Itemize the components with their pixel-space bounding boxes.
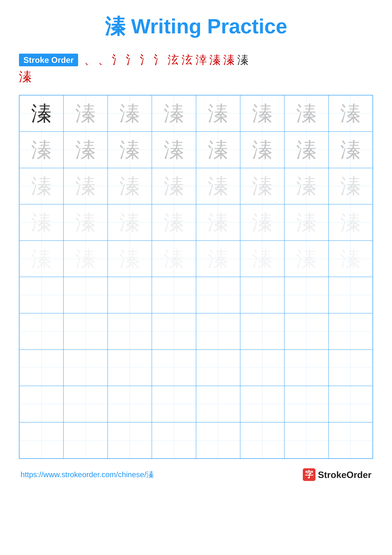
grid-cell-r10c4[interactable]: [152, 422, 196, 459]
grid-cell-r2c3[interactable]: 溱: [108, 132, 152, 168]
grid-cell-r1c7[interactable]: 溱: [284, 95, 328, 132]
grid-cell-r3c8[interactable]: 溱: [328, 168, 373, 204]
stroke-12: 溱: [237, 53, 249, 67]
footer-url[interactable]: https://www.strokeorder.com/chinese/溱: [21, 470, 154, 480]
grid-cell-r5c4[interactable]: 溱: [152, 241, 196, 277]
grid-cell-r2c1[interactable]: 溱: [19, 132, 64, 168]
grid-cell-r1c2[interactable]: 溱: [64, 95, 107, 132]
grid-cell-r8c8[interactable]: [328, 350, 373, 386]
cell-char-ghost: 溱: [119, 176, 140, 196]
grid-cell-r6c4[interactable]: [152, 277, 196, 313]
grid-cell-r6c1[interactable]: [19, 277, 64, 313]
grid-cell-r5c1[interactable]: 溱: [19, 241, 64, 277]
page-title: 溱 Writing Practice: [19, 13, 373, 41]
grid-cell-r2c7[interactable]: 溱: [284, 132, 328, 168]
grid-cell-r1c3[interactable]: 溱: [108, 95, 152, 132]
grid-cell-r8c4[interactable]: [152, 350, 196, 386]
grid-cell-r3c4[interactable]: 溱: [152, 168, 196, 204]
grid-cell-r10c2[interactable]: [64, 422, 107, 459]
cell-char-model: 溱: [31, 103, 52, 124]
grid-cell-r3c5[interactable]: 溱: [196, 168, 240, 204]
grid-cell-r10c8[interactable]: [328, 422, 373, 459]
grid-cell-r6c2[interactable]: [64, 277, 107, 313]
grid-cell-r5c5[interactable]: 溱: [196, 241, 240, 277]
grid-cell-r5c2[interactable]: 溱: [64, 241, 107, 277]
grid-cell-r4c6[interactable]: 溱: [240, 204, 284, 241]
grid-cell-r6c8[interactable]: [328, 277, 373, 313]
grid-cell-r2c4[interactable]: 溱: [152, 132, 196, 168]
title-char: 溱 Writing Practice: [105, 15, 287, 38]
grid-cell-r8c6[interactable]: [240, 350, 284, 386]
grid-cell-r4c3[interactable]: 溱: [108, 204, 152, 241]
cell-char-ghost: 溱: [296, 139, 317, 160]
cell-char-ghost: 溱: [340, 248, 361, 269]
grid-cell-r7c6[interactable]: [240, 313, 284, 350]
grid-cell-r8c5[interactable]: [196, 350, 240, 386]
grid-cell-r7c8[interactable]: [328, 313, 373, 350]
grid-cell-r7c4[interactable]: [152, 313, 196, 350]
stroke-5: 氵: [140, 53, 151, 67]
cell-char-ghost: 溱: [296, 176, 317, 196]
grid-cell-r5c8[interactable]: 溱: [328, 241, 373, 277]
grid-cell-r10c3[interactable]: [108, 422, 152, 459]
grid-cell-r6c5[interactable]: [196, 277, 240, 313]
grid-cell-r8c1[interactable]: [19, 350, 64, 386]
grid-cell-r5c7[interactable]: 溱: [284, 241, 328, 277]
grid-cell-r3c3[interactable]: 溱: [108, 168, 152, 204]
grid-cell-r8c3[interactable]: [108, 350, 152, 386]
grid-cell-r3c2[interactable]: 溱: [64, 168, 107, 204]
grid-cell-r9c5[interactable]: [196, 386, 240, 422]
grid-cell-r6c3[interactable]: [108, 277, 152, 313]
grid-cell-r9c2[interactable]: [64, 386, 107, 422]
cell-char-ghost: 溱: [31, 248, 52, 269]
grid-cell-r7c1[interactable]: [19, 313, 64, 350]
grid-cell-r6c6[interactable]: [240, 277, 284, 313]
cell-char-ghost: 溱: [31, 212, 52, 233]
grid-cell-r4c7[interactable]: 溱: [284, 204, 328, 241]
grid-cell-r3c1[interactable]: 溱: [19, 168, 64, 204]
grid-cell-r4c2[interactable]: 溱: [64, 204, 107, 241]
stroke-2: 、: [98, 53, 109, 67]
grid-cell-r10c5[interactable]: [196, 422, 240, 459]
grid-cell-r1c5[interactable]: 溱: [196, 95, 240, 132]
grid-cell-r9c4[interactable]: [152, 386, 196, 422]
grid-cell-r7c2[interactable]: [64, 313, 107, 350]
grid-cell-r5c3[interactable]: 溱: [108, 241, 152, 277]
grid-cell-r9c7[interactable]: [284, 386, 328, 422]
grid-cell-r3c6[interactable]: 溱: [240, 168, 284, 204]
cell-char-ghost: 溱: [252, 212, 273, 233]
grid-cell-r4c4[interactable]: 溱: [152, 204, 196, 241]
grid-cell-r10c1[interactable]: [19, 422, 64, 459]
grid-cell-r7c3[interactable]: [108, 313, 152, 350]
cell-char-ghost: 溱: [340, 139, 361, 160]
grid-cell-r7c5[interactable]: [196, 313, 240, 350]
grid-cell-r1c1[interactable]: 溱: [19, 95, 64, 132]
grid-cell-r4c5[interactable]: 溱: [196, 204, 240, 241]
grid-cell-r2c6[interactable]: 溱: [240, 132, 284, 168]
grid-cell-r2c8[interactable]: 溱: [328, 132, 373, 168]
grid-cell-r2c5[interactable]: 溱: [196, 132, 240, 168]
grid-cell-r1c4[interactable]: 溱: [152, 95, 196, 132]
grid-cell-r3c7[interactable]: 溱: [284, 168, 328, 204]
grid-cell-r9c3[interactable]: [108, 386, 152, 422]
grid-cell-r6c7[interactable]: [284, 277, 328, 313]
grid-cell-r10c6[interactable]: [240, 422, 284, 459]
grid-cell-r2c2[interactable]: 溱: [64, 132, 107, 168]
cell-char-ghost: 溱: [340, 212, 361, 233]
grid-cell-r9c6[interactable]: [240, 386, 284, 422]
footer: https://www.strokeorder.com/chinese/溱 字 …: [19, 468, 373, 481]
grid-cell-r9c8[interactable]: [328, 386, 373, 422]
grid-cell-r7c7[interactable]: [284, 313, 328, 350]
grid-cell-r1c8[interactable]: 溱: [328, 95, 373, 132]
grid-cell-r1c6[interactable]: 溱: [240, 95, 284, 132]
logo-icon: 字: [303, 468, 315, 481]
grid-cell-r4c1[interactable]: 溱: [19, 204, 64, 241]
grid-cell-r8c7[interactable]: [284, 350, 328, 386]
grid-cell-r9c1[interactable]: [19, 386, 64, 422]
grid-cell-r5c6[interactable]: 溱: [240, 241, 284, 277]
grid-cell-r8c2[interactable]: [64, 350, 107, 386]
cell-char-ghost: 溱: [340, 103, 361, 124]
cell-char-ghost: 溱: [164, 139, 184, 160]
grid-cell-r10c7[interactable]: [284, 422, 328, 459]
grid-cell-r4c8[interactable]: 溱: [328, 204, 373, 241]
